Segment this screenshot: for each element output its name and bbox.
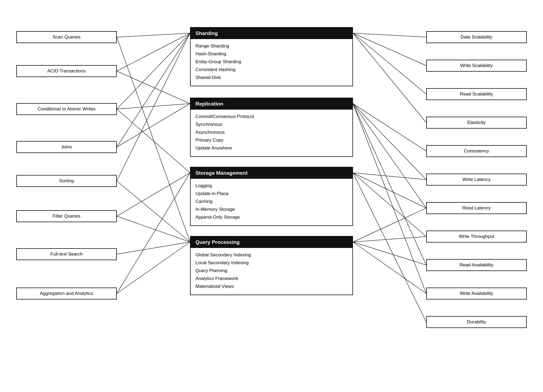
svg-line-15	[117, 173, 190, 294]
technique-item: Global Secondary Indexing	[195, 251, 348, 259]
nonfunctional-box-write-availability: Write Availability	[426, 288, 527, 299]
svg-line-29	[353, 208, 426, 242]
svg-line-9	[117, 33, 190, 181]
functional-box-sorting: Sorting	[16, 175, 117, 187]
technique-header-sharding: Sharding	[191, 28, 352, 39]
svg-line-26	[353, 173, 426, 208]
technique-item: Query Planning	[195, 267, 348, 275]
svg-line-24	[353, 104, 426, 265]
technique-header-storage-management: Storage Management	[191, 167, 352, 179]
svg-line-28	[353, 173, 426, 322]
svg-line-32	[353, 242, 426, 294]
svg-line-20	[353, 104, 426, 151]
technique-item: Synchronous	[195, 121, 348, 129]
functional-box-conditional-atomic: Conditional or Atomic Writes	[16, 103, 117, 115]
svg-line-5	[117, 104, 190, 109]
technique-item: Analytics Framework	[195, 275, 348, 283]
nonfunctional-box-durability: Durability	[426, 316, 527, 328]
svg-line-12	[117, 216, 190, 242]
svg-line-17	[353, 33, 426, 66]
svg-line-0	[117, 33, 190, 37]
svg-line-14	[117, 242, 190, 294]
svg-line-1	[117, 37, 190, 242]
technique-group-replication: ReplicationCommit/Consensus ProtocolSync…	[190, 98, 353, 157]
technique-item: Caching	[195, 198, 348, 206]
technique-item: Asynchronous	[195, 129, 348, 136]
technique-header-replication: Replication	[191, 98, 352, 110]
svg-line-2	[117, 33, 190, 71]
svg-line-6	[117, 109, 190, 173]
technique-item: Entity-Group Sharding	[195, 58, 348, 66]
svg-line-4	[117, 33, 190, 109]
nonfunctional-box-data-scalability: Data Scalability	[426, 31, 527, 43]
technique-group-query-processing: Query ProcessingGlobal Secondary Indexin…	[190, 236, 353, 295]
technique-item: Hash-Sharding	[195, 50, 348, 58]
nonfunctional-box-write-scalability: Write Scalability	[426, 60, 527, 72]
technique-group-storage-management: Storage ManagementLoggingUpdate-in-Place…	[190, 167, 353, 226]
functional-box-filter-queries: Filter Queries	[16, 210, 117, 222]
functional-box-scan-queries: Scan Queries	[16, 31, 117, 43]
nonfunctional-box-read-availability: Read Availability	[426, 259, 527, 271]
technique-item: Consistent Hashing	[195, 66, 348, 74]
svg-line-3	[117, 71, 190, 104]
technique-item: Update Anywhere	[195, 144, 348, 152]
nonfunctional-box-write-latency: Write Latency	[426, 174, 527, 186]
nonfunctional-box-consistency: Consistency	[426, 145, 527, 157]
nonfunctional-box-write-throughput: Write Throughput	[426, 231, 527, 243]
svg-line-19	[353, 33, 426, 123]
technique-item: Local Secondary Indexing	[195, 259, 348, 267]
nonfunctional-box-read-scalability: Read Scalability	[426, 88, 527, 100]
svg-line-27	[353, 173, 426, 237]
svg-line-23	[353, 104, 426, 294]
svg-line-7	[117, 33, 190, 147]
functional-box-joins: Joins	[16, 141, 117, 153]
svg-line-31	[353, 242, 426, 265]
svg-line-16	[353, 33, 426, 37]
technique-header-query-processing: Query Processing	[191, 237, 352, 248]
technique-item: Primary Copy	[195, 136, 348, 144]
technique-item: Update-in-Place	[195, 190, 348, 198]
svg-line-22	[353, 104, 426, 208]
technique-item: Append-Only Storage	[195, 213, 348, 221]
svg-line-11	[117, 173, 190, 216]
functional-box-acid-transactions: ACID Transactions	[16, 65, 117, 77]
technique-item: Commit/Consensus Protocol	[195, 113, 348, 121]
nonfunctional-box-elasticity: Elasticity	[426, 117, 527, 129]
svg-line-13	[117, 242, 190, 254]
functional-box-aggregation: Aggregation and Analytics	[16, 288, 117, 299]
svg-line-8	[117, 104, 190, 147]
technique-item: In-Memory Storage	[195, 206, 348, 213]
functional-box-fulltext-search: Full-text Search	[16, 248, 117, 260]
nonfunctional-box-read-latency: Read Latency	[426, 202, 527, 214]
technique-group-sharding: ShardingRange-ShardingHash-ShardingEntit…	[190, 27, 353, 86]
svg-line-18	[353, 33, 426, 94]
technique-item: Logging	[195, 182, 348, 190]
technique-item: Range-Sharding	[195, 42, 348, 50]
technique-item: Shared-Disk	[195, 74, 348, 82]
technique-item: Materialized Views	[195, 283, 348, 291]
svg-line-25	[353, 173, 426, 180]
svg-line-21	[353, 104, 426, 180]
page-container: Scan QueriesACID TransactionsConditional…	[0, 0, 543, 392]
svg-line-30	[353, 237, 426, 242]
svg-line-10	[117, 181, 190, 242]
